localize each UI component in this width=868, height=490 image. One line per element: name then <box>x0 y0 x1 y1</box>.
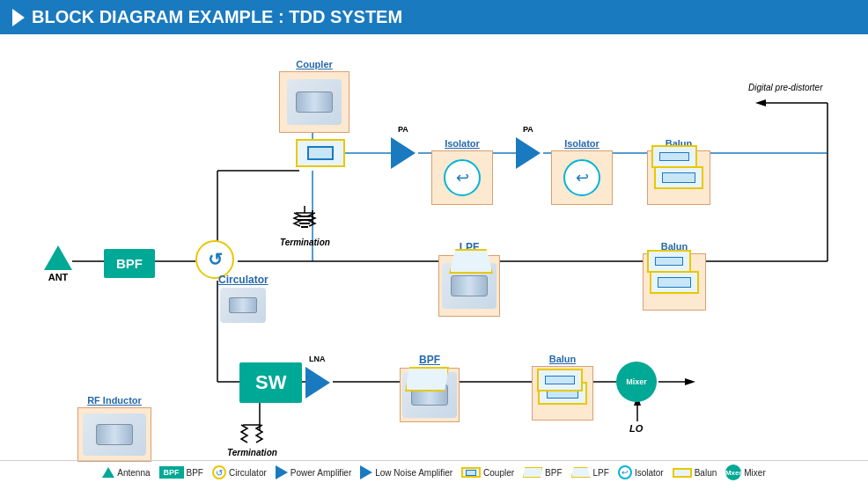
balun1-symbol <box>654 166 703 189</box>
isolator2-label: Isolator <box>564 138 600 149</box>
legend-lna-label: Low Noise Amplifier <box>375 468 452 478</box>
legend-lpf: LPF <box>571 467 609 478</box>
lna-label: LNA <box>309 355 326 363</box>
bpf-block[interactable]: BPF <box>104 249 155 278</box>
legend-bpf1: BPF BPF <box>159 466 203 479</box>
legend-isolator: ↩ Isolator <box>618 465 664 479</box>
legend-antenna: Antenna <box>102 467 150 478</box>
pa2-component: PA <box>516 137 541 169</box>
legend-lpf-label: LPF <box>593 468 609 478</box>
bpf2-sym-line <box>405 367 449 391</box>
header-arrow-icon <box>12 9 25 26</box>
header: BLOCK DIAGRAM EXAMPLE : TDD SYSTEM <box>0 0 868 34</box>
lpf-symbol-line <box>449 249 493 274</box>
legend-circulator-label: Circulator <box>229 468 267 478</box>
ant-label: ANT <box>48 272 69 282</box>
coupler-component: Coupler <box>279 59 349 133</box>
legend-coupler: Coupler <box>461 467 514 478</box>
balun2-sym-line <box>647 250 691 273</box>
isolator1-box: ↩ <box>431 150 493 205</box>
bpf2-label: BPF <box>419 354 440 366</box>
coupler-symbol-inner <box>307 146 334 160</box>
legend-pa-icon <box>276 465 288 479</box>
termination2-symbol <box>234 421 269 448</box>
svg-marker-26 <box>685 378 695 385</box>
rf-inductor-image <box>83 413 146 456</box>
circulator-image <box>220 288 266 323</box>
legend-balun-icon <box>673 468 692 478</box>
legend-lna: Low Noise Amplifier <box>360 465 452 479</box>
lo-label: LO <box>629 423 643 434</box>
balun1-inner <box>662 172 695 183</box>
legend-circulator: ↺ Circulator <box>212 465 267 479</box>
legend-bpf2: BPF <box>523 467 562 478</box>
legend-circulator-icon: ↺ <box>212 465 226 479</box>
pa2-arrow-icon <box>516 137 541 169</box>
circulator-label: Circulator <box>218 274 268 286</box>
coupler-symbol-box <box>296 139 345 167</box>
legend-bpf1-label: BPF <box>187 468 203 478</box>
mixer-label: Mixer <box>626 377 647 386</box>
rf-inductor-component: RF Inductor <box>77 395 151 462</box>
pa1-arrow-icon <box>391 137 416 169</box>
mixer-shape: Mixer <box>616 362 657 402</box>
balun1-sym <box>651 145 697 168</box>
diagram-area: ANT BPF ↺ Circulator Coupler <box>0 34 868 486</box>
coupler-box <box>279 71 349 133</box>
legend-antenna-icon <box>102 467 114 478</box>
balun3-label: Balun <box>549 354 577 364</box>
sw-shape[interactable]: SW <box>239 362 302 403</box>
isolator1-label: Isolator <box>445 138 480 149</box>
legend: Antenna BPF BPF ↺ Circulator Power Ampli… <box>0 460 868 480</box>
legend-coupler-inner <box>466 470 476 476</box>
lpf-sym <box>449 249 493 274</box>
ant-component: ANT <box>44 245 72 282</box>
termination2-label: Termination <box>227 448 277 457</box>
coupler-symbol <box>296 139 345 167</box>
balun3-sym-line <box>537 369 583 391</box>
termination1-symbol <box>287 206 322 238</box>
legend-balun: Balun <box>673 468 717 478</box>
header-title: BLOCK DIAGRAM EXAMPLE : TDD SYSTEM <box>32 7 402 27</box>
legend-bpf2-label: BPF <box>545 468 562 478</box>
svg-marker-2 <box>755 99 766 106</box>
digital-predistorter-label: Digital pre-distorter <box>748 83 822 92</box>
legend-mixer-label: Mixer <box>744 468 765 478</box>
termination1: Termination <box>280 206 330 249</box>
pa1-label: PA <box>398 125 408 134</box>
pa2-label: PA <box>523 125 533 134</box>
legend-bpf1-icon: BPF <box>159 466 184 479</box>
legend-antenna-label: Antenna <box>117 468 150 478</box>
legend-coupler-label: Coupler <box>483 468 514 478</box>
rf-inductor-label: RF Inductor <box>87 395 142 406</box>
isolator2-box: ↩ <box>551 150 613 205</box>
ant-shape: ANT <box>44 245 72 282</box>
legend-mixer-icon: Mxer <box>725 464 741 480</box>
legend-lna-icon <box>360 465 372 479</box>
coupler-label: Coupler <box>296 59 333 69</box>
termination1-label: Termination <box>280 238 330 247</box>
balun2-symbol <box>650 271 699 294</box>
sw-block[interactable]: SW <box>239 362 302 403</box>
termination2: Termination <box>227 421 277 459</box>
ant-triangle-icon <box>44 245 72 270</box>
legend-balun-label: Balun <box>695 468 717 478</box>
digital-predistorter: Digital pre-distorter <box>748 83 822 92</box>
pa1-component: PA <box>391 137 416 169</box>
isolator2-component: Isolator ↩ <box>551 138 613 205</box>
lna-component: LNA <box>305 367 330 399</box>
circulator-label-box: Circulator <box>218 274 268 323</box>
balun3-sym <box>537 369 583 391</box>
legend-pa: Power Amplifier <box>276 465 351 479</box>
isolator1-component: Isolator ↩ <box>431 138 493 205</box>
lna-arrow-icon <box>305 367 330 399</box>
balun1-sym-line <box>651 145 697 168</box>
bpf-shape[interactable]: BPF <box>104 249 155 278</box>
legend-isolator-label: Isolator <box>635 468 664 478</box>
balun2-inner <box>658 277 691 288</box>
legend-isolator-icon: ↩ <box>618 465 632 479</box>
balun2-sym <box>647 250 691 273</box>
coupler-image <box>287 79 342 125</box>
rf-inductor-box <box>77 407 151 462</box>
isolator1-circle: ↩ <box>444 159 481 196</box>
